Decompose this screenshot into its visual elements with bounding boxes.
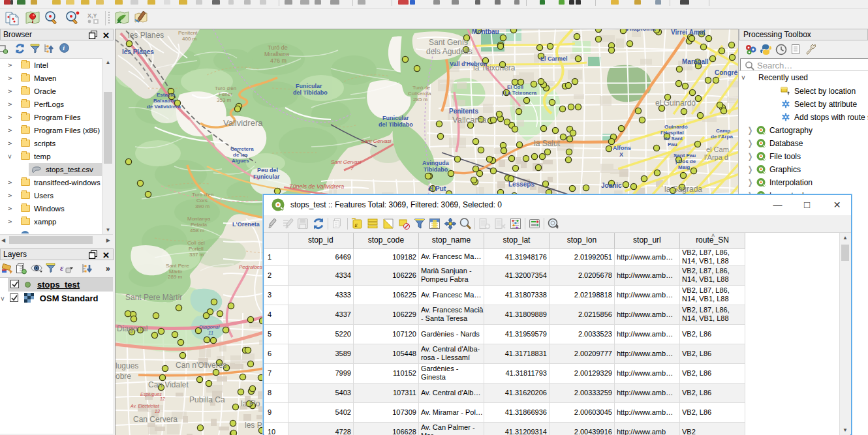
svg-text:476 m: 476 m bbox=[270, 57, 287, 64]
svg-text:Funicular: Funicular bbox=[382, 115, 409, 121]
svg-text:l'Hospital: l'Hospital bbox=[660, 130, 684, 136]
svg-text:Sant Gervasi: Sant Gervasi bbox=[331, 159, 361, 165]
svg-text:la Salut: la Salut bbox=[534, 139, 561, 148]
svg-text:obre: obre bbox=[116, 372, 131, 381]
svg-text:Maig: Maig bbox=[678, 164, 690, 170]
svg-text:Penitents: Penitents bbox=[449, 108, 478, 115]
svg-text:Funicular: Funicular bbox=[253, 173, 280, 180]
svg-text:Joanic: Joanic bbox=[601, 182, 622, 189]
svg-text:Turó de: Turó de bbox=[412, 85, 431, 91]
svg-text:Turó de: Turó de bbox=[268, 44, 288, 51]
svg-text:Can Vidalet: Can Vidalet bbox=[148, 380, 189, 389]
svg-text:la Teixonera: la Teixonera bbox=[473, 63, 516, 72]
svg-text:289 m: 289 m bbox=[168, 274, 183, 280]
svg-text:de Vallvidrera: de Vallvidrera bbox=[147, 104, 181, 110]
svg-text:de les: de les bbox=[233, 152, 248, 158]
svg-text:Guinardó: Guinardó bbox=[664, 124, 688, 130]
svg-text:el Guinardó: el Guinardó bbox=[655, 98, 696, 108]
svg-text:i: i bbox=[63, 44, 65, 52]
svg-text:Can n'Oliveres: Can n'Oliveres bbox=[176, 361, 226, 370]
svg-text:Can Cervera: Can Cervera bbox=[133, 415, 178, 424]
svg-text:Vallvidrera: Vallvidrera bbox=[223, 118, 263, 128]
svg-text:X: X bbox=[619, 151, 623, 158]
svg-text:11: 11 bbox=[208, 330, 213, 336]
svg-text:El Coll: El Coll bbox=[507, 84, 523, 90]
svg-text:Sant Genís: Sant Genís bbox=[429, 38, 468, 47]
svg-text:Pelada: Pelada bbox=[191, 222, 207, 228]
svg-text:El Carmel: El Carmel bbox=[540, 55, 568, 62]
svg-text:Avinguda: Avinguda bbox=[422, 160, 450, 166]
svg-text:Av. Electricitat: Av. Electricitat bbox=[130, 404, 160, 408]
svg-text:Peu del: Peu del bbox=[257, 167, 278, 173]
svg-text:Collserola: Collserola bbox=[408, 91, 431, 97]
svg-text:12: 12 bbox=[160, 397, 165, 401]
svg-text:Estació: Estació bbox=[157, 92, 176, 98]
svg-text:Aigues: Aigues bbox=[232, 158, 249, 164]
svg-text:Diagonal: Diagonal bbox=[117, 324, 147, 333]
svg-text:Maragall: Maragall bbox=[682, 58, 709, 65]
svg-text:| Dos de: | Dos de bbox=[675, 158, 696, 164]
svg-text:7: 7 bbox=[350, 166, 354, 172]
svg-text:Montbau: Montbau bbox=[472, 29, 499, 35]
svg-text:Esplugues: Esplugues bbox=[140, 392, 162, 397]
svg-text:l'Arpa d: l'Arpa d bbox=[704, 153, 728, 161]
svg-text:285 m: 285 m bbox=[413, 97, 428, 102]
svg-text:13: 13 bbox=[155, 409, 160, 413]
svg-text:Sant Pere Màrtir: Sant Pere Màrtir bbox=[125, 293, 182, 302]
svg-text:les Planes: les Planes bbox=[122, 48, 154, 55]
svg-text:Tibidabo: Tibidabo bbox=[424, 166, 448, 173]
svg-text:Túnels de Vallvidrera: Túnels de Vallvidrera bbox=[289, 183, 344, 190]
svg-text:Sant Pere: Sant Pere bbox=[166, 263, 189, 269]
svg-text:Vilapicina: Vilapicina bbox=[625, 29, 656, 32]
svg-text:dels Agudells: dels Agudells bbox=[426, 47, 473, 56]
svg-text:Portell: Portell bbox=[189, 246, 204, 252]
svg-text:ε: ε bbox=[355, 220, 358, 228]
svg-text:| La Teixonera: | La Teixonera bbox=[502, 90, 537, 96]
svg-text:Turó d'en: Turó d'en bbox=[215, 85, 236, 91]
svg-text:Sant Gervasi: Sant Gervasi bbox=[361, 138, 391, 144]
svg-text:Funicular: Funicular bbox=[296, 83, 322, 89]
svg-text:lugues: lugues bbox=[116, 361, 138, 370]
svg-text:les Planes: les Planes bbox=[128, 31, 164, 40]
svg-text:Montanya: Montanya bbox=[187, 216, 211, 222]
svg-text:el Cam: el Cam bbox=[706, 145, 729, 153]
svg-text:Cors: Cors bbox=[196, 198, 208, 203]
svg-text:Pedralbes: Pedralbes bbox=[239, 264, 262, 270]
svg-text:ε: ε bbox=[60, 263, 64, 273]
svg-text:Mirallsina: Mirallsina bbox=[264, 51, 289, 57]
svg-text:X,Y: X,Y bbox=[87, 12, 97, 19]
svg-text:Virrei Amat: Virrei Amat bbox=[671, 29, 705, 36]
svg-text:Pubilla Ca: Pubilla Ca bbox=[189, 395, 225, 404]
svg-text:Vallcarca: Vallcarca bbox=[452, 115, 487, 125]
svg-text:Alfons: Alfons bbox=[613, 145, 631, 151]
svg-text:la Flo: la Flo bbox=[241, 399, 260, 408]
svg-text:458 m: 458 m bbox=[190, 228, 205, 233]
svg-text:353 m: 353 m bbox=[217, 97, 232, 103]
svg-text:del Tibidabo: del Tibidabo bbox=[293, 89, 328, 96]
svg-text:Diagonal: Diagonal bbox=[199, 324, 220, 330]
svg-text:Penitent: Penitent bbox=[178, 30, 198, 36]
svg-text:Coll del: Coll del bbox=[187, 240, 205, 246]
svg-text:L'Oreneta: L'Oreneta bbox=[232, 221, 260, 228]
svg-text:del Tibidabo: del Tibidabo bbox=[379, 121, 413, 128]
svg-text:la Sagrada: la Sagrada bbox=[664, 185, 702, 194]
svg-text:390 m: 390 m bbox=[195, 203, 210, 209]
svg-text:337 m: 337 m bbox=[189, 252, 204, 258]
svg-text:Baixador: Baixador bbox=[153, 98, 176, 104]
svg-text:Lesseps: Lesseps bbox=[508, 181, 535, 188]
svg-text:400 m: 400 m bbox=[182, 36, 197, 42]
svg-text:Carretera: Carretera bbox=[230, 146, 254, 152]
svg-text:Sant Pau: Sant Pau bbox=[674, 153, 696, 158]
svg-text:el Put: el Put bbox=[428, 185, 446, 192]
svg-text:Camp: Camp bbox=[716, 128, 730, 134]
svg-text:de Sant: de Sant bbox=[664, 136, 683, 142]
svg-text:Fener: Fener bbox=[219, 91, 232, 97]
svg-text:Pau: Pau bbox=[668, 142, 677, 147]
svg-text:Congrés: Congrés bbox=[715, 69, 738, 76]
svg-text:de l'Arpa: de l'Arpa bbox=[711, 134, 733, 140]
svg-text:Turó d'en: Turó d'en bbox=[192, 192, 213, 198]
